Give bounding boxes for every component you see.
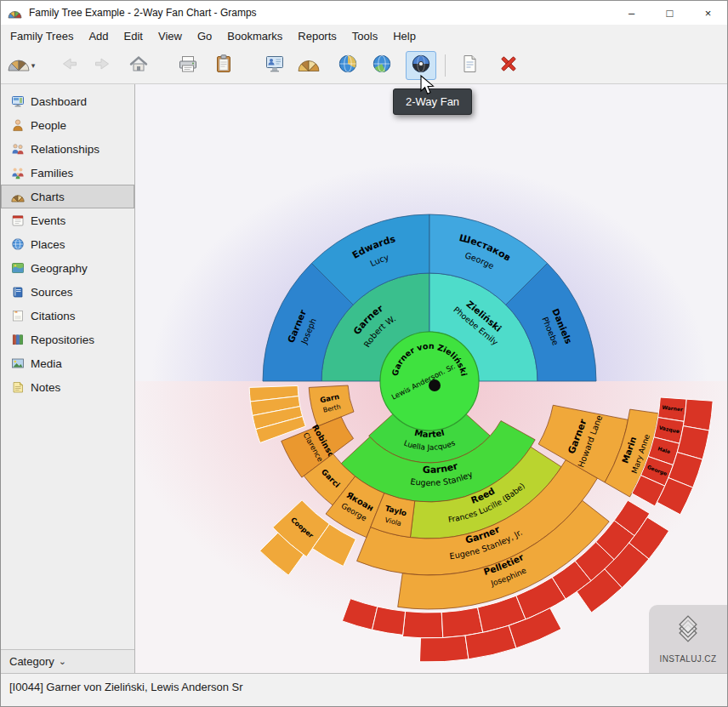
citations-icon: ”: [10, 309, 25, 322]
menu-bookmarks[interactable]: Bookmarks: [219, 26, 290, 46]
fan-segment[interactable]: [402, 612, 442, 638]
forward-button[interactable]: [88, 51, 118, 80]
places-icon: [10, 237, 25, 251]
fan-segment[interactable]: [441, 607, 483, 638]
sidebar-item-families[interactable]: Families: [1, 161, 134, 185]
sidebar-item-label: Places: [31, 238, 65, 251]
menu-tools[interactable]: Tools: [344, 26, 385, 46]
menu-family-trees[interactable]: Family Trees: [3, 26, 81, 46]
clipboard-button[interactable]: [208, 51, 239, 80]
window-title: Family Tree Example - 2-Way Fan Chart - …: [29, 7, 257, 19]
fan-chart-canvas[interactable]: GarnerRobert W.ZielińskiPhoebe EmilyGarn…: [135, 84, 727, 673]
fan-tree-icon: [8, 54, 30, 77]
sidebar-item-media[interactable]: Media: [1, 351, 134, 375]
toolbar: ▾: [1, 47, 727, 84]
sidebar-item-label: Repositories: [31, 334, 94, 346]
gramps-window: Family Tree Example - 2-Way Fan Chart - …: [0, 0, 728, 707]
sidebar-item-sources[interactable]: Sources: [1, 280, 134, 304]
fan-segment[interactable]: [683, 399, 713, 430]
menu-edit[interactable]: Edit: [117, 26, 151, 46]
fan-center-dot: [429, 379, 441, 391]
fan-segment[interactable]: [373, 607, 406, 635]
gramps-logo-icon: [8, 6, 22, 20]
dropdown-caret-icon[interactable]: ▾: [31, 61, 36, 70]
back-icon: [58, 54, 80, 77]
people-icon: [10, 118, 25, 132]
menu-bar: Family TreesAddEditViewGoBookmarksReport…: [1, 25, 727, 47]
globe-b-icon: [371, 54, 393, 77]
sidebar-item-people[interactable]: People: [1, 113, 134, 137]
sidebar-item-label: Families: [31, 167, 73, 180]
two-way-fan-chart[interactable]: GarnerRobert W.ZielińskiPhoebe EmilyGarn…: [135, 84, 727, 673]
sidebar: DashboardPeopleRelationshipsFamiliesChar…: [1, 84, 135, 673]
menu-view[interactable]: View: [151, 26, 190, 46]
dashboard-icon: [10, 94, 25, 108]
toolbar-separator: [445, 54, 446, 77]
sidebar-item-label: Dashboard: [31, 95, 87, 108]
sidebar-item-label: People: [31, 119, 66, 132]
full-circle-view-button[interactable]: [367, 51, 397, 80]
notes-icon: [10, 380, 25, 394]
home-icon: [128, 54, 150, 77]
title-bar: Family Tree Example - 2-Way Fan Chart - …: [1, 1, 727, 25]
repositories-icon: [10, 333, 25, 346]
sidebar-item-repositories[interactable]: Repositories: [1, 328, 134, 351]
svg-text:”: ”: [14, 310, 18, 317]
category-selector[interactable]: Category ⌄: [1, 649, 134, 673]
instaluj-logo-icon: [669, 614, 707, 653]
fan-segment[interactable]: [419, 636, 468, 662]
sidebar-item-places[interactable]: Places: [1, 232, 134, 256]
sidebar-item-label: Geography: [31, 262, 88, 275]
menu-add[interactable]: Add: [81, 26, 116, 46]
chevron-down-icon: ⌄: [59, 656, 66, 667]
family-trees-button[interactable]: ▾: [6, 51, 37, 80]
minimize-button[interactable]: –: [612, 1, 651, 25]
status-text: [I0044] Garner von Zieliński, Lewis Ande…: [9, 681, 243, 693]
sidebar-item-label: Notes: [31, 381, 60, 394]
pedigree-fan-button[interactable]: [293, 51, 324, 80]
families-icon: [10, 166, 25, 180]
sidebar-item-events[interactable]: Events: [1, 208, 134, 232]
maximize-button[interactable]: □: [651, 1, 689, 25]
sidebar-item-citations[interactable]: ”Citations: [1, 304, 134, 328]
sidebar-item-label: Media: [31, 357, 62, 370]
back-button[interactable]: [54, 51, 84, 80]
close-button[interactable]: ×: [689, 1, 727, 25]
clipboard-icon: [213, 54, 235, 77]
charts-icon: [10, 190, 25, 203]
monitor-icon: [264, 54, 286, 77]
fan-segment[interactable]: [342, 599, 377, 630]
close-red-icon: [498, 54, 520, 77]
sidebar-item-geography[interactable]: Geography: [1, 256, 134, 280]
close-view-button[interactable]: [493, 51, 524, 80]
status-bar: [I0044] Garner von Zieliński, Lewis Ande…: [1, 673, 727, 706]
home-button[interactable]: [123, 51, 154, 80]
configure-view-button[interactable]: [259, 51, 290, 80]
print-button[interactable]: [173, 51, 203, 80]
events-icon: [10, 214, 25, 227]
watermark-text: INSTALUJ.CZ: [660, 654, 717, 664]
menu-go[interactable]: Go: [190, 26, 219, 46]
globe-2way-icon: [410, 54, 432, 77]
fan-chart-view-button[interactable]: [333, 51, 363, 80]
mouse-cursor: [419, 75, 436, 97]
sidebar-item-dashboard[interactable]: Dashboard: [1, 89, 134, 113]
window-controls: – □ ×: [612, 1, 727, 25]
forward-icon: [92, 54, 114, 77]
instaluj-watermark: INSTALUJ.CZ: [649, 605, 727, 673]
sidebar-item-label: Citations: [31, 310, 76, 322]
sidebar-item-label: Relationships: [31, 143, 100, 156]
menu-help[interactable]: Help: [385, 26, 424, 46]
media-icon: [10, 356, 25, 370]
sidebar-item-label: Charts: [31, 191, 65, 203]
category-label: Category: [9, 655, 54, 668]
geography-icon: [10, 261, 25, 275]
sidebar-item-charts[interactable]: Charts: [1, 185, 134, 208]
sidebar-item-relationships[interactable]: Relationships: [1, 137, 134, 161]
menu-reports[interactable]: Reports: [290, 26, 344, 46]
doc-icon: [458, 54, 481, 77]
sidebar-item-notes[interactable]: Notes: [1, 375, 134, 399]
sidebar-item-label: Sources: [31, 286, 73, 299]
main-area: DashboardPeopleRelationshipsFamiliesChar…: [1, 84, 727, 673]
document-button[interactable]: [454, 51, 485, 80]
